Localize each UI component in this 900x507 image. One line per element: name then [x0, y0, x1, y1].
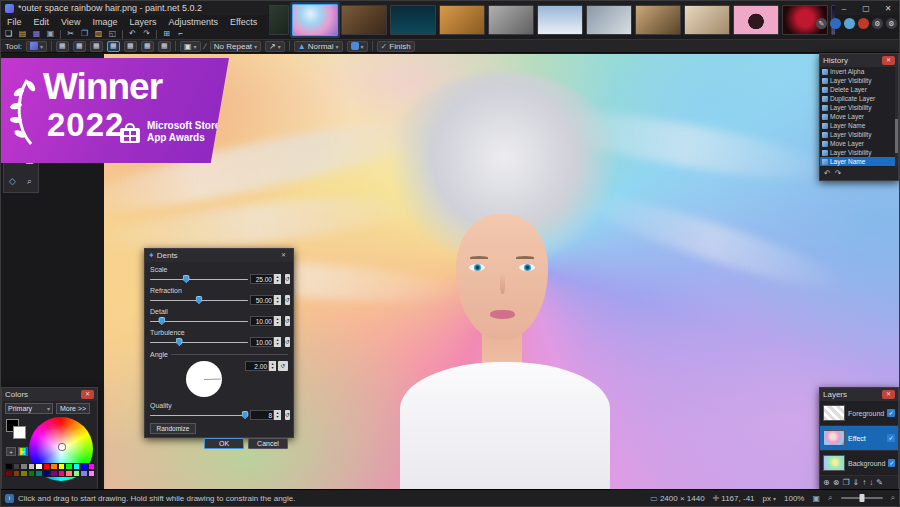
image-thumbnail[interactable] — [390, 5, 436, 35]
secondary-color-swatch[interactable] — [13, 426, 26, 439]
save-icon[interactable]: ▦ — [31, 29, 42, 39]
palette-swatch[interactable] — [50, 470, 58, 477]
history-item[interactable]: Invert Alpha — [820, 67, 898, 76]
spinner-buttons[interactable]: ▴▾ — [274, 295, 281, 305]
layer-row-effect[interactable]: Effect ✓ — [820, 426, 898, 451]
history-item[interactable]: Layer Visibility — [820, 103, 898, 112]
palette-menu-button[interactable]: ▾ — [18, 447, 28, 456]
palette-swatch[interactable] — [58, 470, 66, 477]
add-layer-icon[interactable]: ⊕ — [823, 478, 830, 487]
settings-gear-icon[interactable]: ⚙ — [872, 18, 883, 29]
refraction-value-input[interactable]: 50.00 — [250, 295, 274, 305]
palette-swatch[interactable] — [80, 470, 88, 477]
layer-visibility-checkbox[interactable]: ✓ — [887, 434, 895, 442]
palette-swatch[interactable] — [28, 470, 36, 477]
selection-mode-button[interactable]: ▦ — [124, 41, 137, 52]
redo-icon[interactable]: ↷ — [835, 169, 842, 178]
image-thumbnail[interactable] — [684, 5, 730, 35]
duplicate-layer-icon[interactable]: ❐ — [842, 478, 849, 487]
palette-swatch[interactable] — [13, 470, 21, 477]
selection-mode-button[interactable]: ▦ — [56, 41, 69, 52]
turbulence-slider[interactable] — [150, 337, 248, 347]
paste-icon[interactable]: ▨ — [93, 29, 104, 39]
close-button[interactable]: ✕ — [877, 1, 899, 15]
pen-icon[interactable]: ✎ — [816, 18, 827, 29]
slider-thumb[interactable] — [242, 411, 249, 419]
selection-mode-button[interactable]: ▦ — [158, 41, 171, 52]
dents-close-icon[interactable]: ✕ — [277, 251, 290, 260]
minimize-button[interactable]: – — [833, 1, 855, 15]
selection-mode-button[interactable]: ▦ — [73, 41, 86, 52]
history-close-icon[interactable]: ✕ — [882, 56, 895, 65]
selection-mode-button[interactable]: ▦ — [141, 41, 154, 52]
reset-icon[interactable]: ↺ — [285, 274, 290, 284]
grid-icon[interactable]: ⊞ — [161, 29, 172, 39]
image-thumbnail[interactable] — [586, 5, 632, 35]
add-color-button[interactable]: + — [6, 447, 16, 456]
layer-visibility-checkbox[interactable]: ✓ — [887, 409, 895, 417]
zoom-slider-thumb[interactable] — [859, 494, 864, 502]
angle-value-input[interactable]: 2.00 — [245, 361, 269, 371]
palette-swatch[interactable] — [5, 470, 13, 477]
palette-swatch[interactable] — [28, 463, 36, 470]
zoom-slider[interactable] — [841, 497, 883, 499]
zoom-tool-icon[interactable]: ⌕ — [27, 176, 32, 187]
history-item[interactable]: Layer Visibility — [820, 130, 898, 139]
history-item[interactable]: Layer Name — [820, 121, 898, 130]
color-mode-dropdown[interactable]: Primary▾ — [5, 403, 53, 414]
menu-image[interactable]: Image — [86, 15, 123, 28]
undo-icon[interactable]: ↶ — [127, 29, 138, 39]
move-layer-down-icon[interactable]: ↓ — [869, 478, 873, 487]
palette-swatch[interactable] — [20, 470, 28, 477]
shapes-tool-icon[interactable]: ◇ — [9, 176, 16, 186]
cancel-button[interactable]: Cancel — [248, 438, 288, 449]
finish-button[interactable]: ✓ Finish — [377, 41, 415, 52]
reset-icon[interactable]: ↺ — [285, 316, 290, 326]
history-item-selected[interactable]: Layer Name — [820, 157, 898, 166]
spinner-buttons[interactable]: ▴▾ — [274, 316, 281, 326]
palette-swatch[interactable] — [80, 463, 88, 470]
reset-icon[interactable]: ↺ — [285, 410, 290, 420]
scale-slider[interactable] — [150, 274, 248, 284]
image-thumbnail[interactable] — [269, 5, 289, 35]
palette-swatch[interactable] — [88, 470, 96, 477]
quality-value-input[interactable]: 8 — [250, 410, 274, 420]
image-thumbnail[interactable] — [537, 5, 583, 35]
spinner-buttons[interactable]: ▴▾ — [274, 274, 281, 284]
palette-swatch[interactable] — [73, 470, 81, 477]
slider-thumb[interactable] — [158, 317, 165, 325]
palette-swatch[interactable] — [65, 470, 73, 477]
history-scrollbar[interactable] — [895, 67, 898, 167]
palette-swatch[interactable] — [73, 463, 81, 470]
menu-adjustments[interactable]: Adjustments — [162, 15, 224, 28]
menu-layers[interactable]: Layers — [123, 15, 162, 28]
reset-icon[interactable]: ↺ — [278, 361, 288, 371]
blend-mode-dropdown[interactable]: ▲ Normal ▾ — [294, 41, 343, 52]
primary-secondary-swatches[interactable] — [6, 419, 28, 441]
layer-properties-icon[interactable]: ✎ — [876, 478, 883, 487]
undo-icon[interactable]: ↶ — [824, 169, 831, 178]
menu-effects[interactable]: Effects — [224, 15, 263, 28]
palette-swatch[interactable] — [58, 463, 66, 470]
web-icon[interactable] — [830, 18, 841, 29]
slider-thumb[interactable] — [176, 338, 183, 346]
record-icon[interactable] — [858, 18, 869, 29]
spinner-buttons[interactable]: ▴▾ — [269, 361, 276, 371]
gradient-type-dropdown[interactable]: ↗ ▾ — [265, 41, 285, 52]
layer-visibility-checkbox[interactable]: ✓ — [888, 459, 895, 467]
fill-repeat-dropdown[interactable]: No Repeat ▾ — [210, 41, 261, 52]
cloud-icon[interactable] — [844, 18, 855, 29]
antialias-dropdown[interactable]: ▾ — [347, 41, 368, 52]
history-item[interactable]: Duplicate Layer — [820, 94, 898, 103]
scale-value-input[interactable]: 25.00 — [250, 274, 274, 284]
menu-file[interactable]: File — [1, 15, 28, 28]
active-tool-dropdown[interactable]: ▾ — [26, 41, 47, 52]
randomize-button[interactable]: Randomize — [150, 423, 196, 434]
move-layer-up-icon[interactable]: ↑ — [862, 478, 866, 487]
reset-icon[interactable]: ↺ — [285, 295, 290, 305]
palette-swatch[interactable] — [5, 463, 13, 470]
history-item[interactable]: Move Layer — [820, 139, 898, 148]
layer-row-background[interactable]: Background ✓ — [820, 451, 898, 476]
selection-mode-button-active[interactable]: ▦ — [107, 41, 120, 52]
more-button[interactable]: More >> — [56, 403, 90, 414]
